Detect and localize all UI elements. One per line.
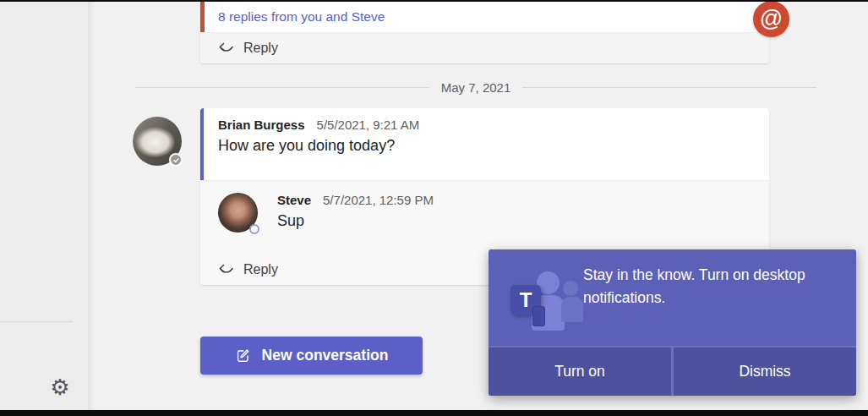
- new-conversation-button[interactable]: New conversation: [200, 337, 423, 375]
- reply-label: Reply: [243, 262, 278, 277]
- new-conversation-label: New conversation: [262, 347, 389, 364]
- teams-logo-letter: T: [520, 288, 532, 312]
- notification-popup: T Stay in the know. Turn on desktop noti…: [489, 249, 856, 396]
- notification-message: Stay in the know. Turn on desktop notifi…: [583, 264, 837, 309]
- at-icon: @: [760, 6, 783, 32]
- mention-accent-border: [200, 2, 205, 32]
- sidebar-divider: [0, 321, 73, 322]
- dismiss-button[interactable]: Dismiss: [674, 348, 856, 396]
- sidebar-edge-strip: [88, 2, 95, 410]
- message-timestamp: 5/5/2021, 9:21 AM: [317, 118, 420, 132]
- window-top-border: [0, 0, 868, 2]
- left-sidebar: ⚙: [0, 2, 88, 410]
- status-available-badge: [169, 153, 183, 167]
- reply-arrow-icon: [218, 41, 235, 55]
- reply-message-content: Steve 5/7/2021, 12:59 PM Sup: [277, 193, 434, 233]
- compose-icon: [235, 348, 251, 364]
- checkmark-icon: [172, 156, 180, 164]
- message-author: Brian Burgess: [218, 118, 305, 132]
- reply-button[interactable]: Reply: [200, 32, 769, 63]
- reply-timestamp: 5/7/2021, 12:59 PM: [323, 193, 434, 207]
- notification-actions: Turn on Dismiss: [489, 346, 856, 396]
- replies-row[interactable]: 8 replies from you and Steve: [200, 2, 769, 32]
- teams-logo-icon: T: [510, 270, 587, 339]
- avatar-brian-burgess[interactable]: [133, 117, 182, 166]
- reply-text: Sup: [277, 212, 434, 230]
- status-offline-ring: [249, 224, 259, 234]
- settings-button[interactable]: ⚙: [46, 374, 74, 401]
- message-body: Brian Burgess 5/5/2021, 9:21 AM How are …: [200, 108, 769, 155]
- window-bottom-bar: [0, 410, 868, 416]
- turn-on-button[interactable]: Turn on: [489, 348, 674, 396]
- avatar-steve[interactable]: [218, 193, 258, 233]
- reply-message: Steve 5/7/2021, 12:59 PM Sup: [200, 181, 769, 233]
- reply-author: Steve: [277, 193, 311, 207]
- mention-badge: @: [753, 1, 789, 37]
- replies-link[interactable]: 8 replies from you and Steve: [218, 9, 385, 25]
- message-accent-border: [200, 108, 204, 180]
- message-text: How are you doing today?: [218, 137, 769, 155]
- gear-icon: ⚙: [50, 375, 69, 401]
- thread-summary-card: 8 replies from you and Steve Reply: [200, 2, 769, 63]
- reply-arrow-icon: [218, 263, 235, 276]
- reply-label: Reply: [243, 41, 278, 56]
- divider-line-right: [522, 87, 816, 88]
- reply-message-header: Steve 5/7/2021, 12:59 PM: [277, 193, 434, 207]
- date-divider-text: May 7, 2021: [441, 80, 511, 95]
- divider-line-left: [135, 87, 429, 88]
- message-header: Brian Burgess 5/5/2021, 9:21 AM: [218, 118, 769, 132]
- date-divider: May 7, 2021: [135, 79, 816, 96]
